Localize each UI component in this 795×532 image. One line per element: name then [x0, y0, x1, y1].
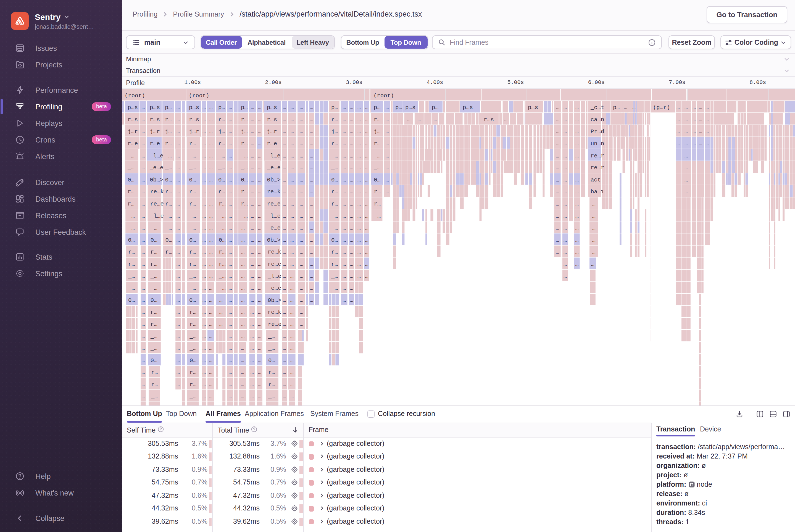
- svg-text:r…: r…: [219, 249, 225, 255]
- svg-text:…: …: [202, 165, 206, 171]
- svg-text:…: …: [575, 237, 578, 243]
- svg-text:…: …: [258, 165, 261, 171]
- svg-text:…: …: [250, 140, 254, 147]
- svg-text:…: …: [176, 129, 179, 135]
- svg-text:…: …: [141, 345, 145, 352]
- svg-text:…: …: [141, 394, 145, 400]
- svg-text:…: …: [342, 249, 345, 255]
- svg-text:…: …: [290, 394, 294, 400]
- svg-text:…: …: [556, 129, 559, 135]
- svg-text:…: …: [290, 189, 294, 195]
- svg-text:…: …: [228, 225, 231, 231]
- svg-text:re…e: re…e: [267, 261, 281, 267]
- svg-text:…: …: [299, 153, 303, 159]
- svg-text:…: …: [282, 357, 286, 364]
- svg-text:…: …: [575, 261, 578, 267]
- svg-text:…: …: [209, 249, 212, 255]
- svg-text:…: …: [575, 129, 579, 135]
- svg-text:…: …: [385, 189, 389, 195]
- svg-text:j…: j…: [165, 129, 172, 135]
- svg-text:…: …: [250, 104, 254, 111]
- svg-text:…: …: [555, 249, 559, 255]
- svg-text:…: …: [342, 237, 345, 243]
- svg-text:…: …: [282, 285, 286, 291]
- svg-text:…: …: [250, 357, 253, 364]
- svg-text:r…: r…: [128, 261, 135, 267]
- svg-text:…: …: [209, 140, 212, 147]
- svg-text:…: …: [282, 140, 286, 147]
- svg-text:…: …: [258, 201, 261, 207]
- svg-text:…: …: [250, 237, 254, 243]
- svg-text:r…s: r…s: [484, 117, 494, 123]
- svg-text:…: …: [575, 177, 579, 183]
- svg-text:…: …: [357, 261, 360, 267]
- svg-text:r…: r…: [189, 189, 196, 195]
- svg-text:_…: _…: [374, 213, 381, 219]
- svg-text:…: …: [555, 237, 559, 243]
- svg-text:…: …: [258, 321, 261, 328]
- svg-text:…: …: [575, 117, 579, 123]
- svg-text:…: …: [209, 394, 212, 400]
- svg-text:…: …: [176, 261, 179, 267]
- svg-text:…: …: [141, 225, 145, 231]
- svg-text:…: …: [141, 273, 145, 280]
- svg-text:…: …: [176, 297, 179, 304]
- svg-text:…: …: [705, 117, 708, 123]
- svg-text:…: …: [202, 153, 206, 159]
- svg-text:…: …: [250, 309, 253, 316]
- svg-text:r…: r…: [189, 249, 196, 255]
- svg-text:…: …: [241, 249, 244, 255]
- svg-text:…: …: [357, 189, 360, 195]
- svg-text:r…: r…: [331, 189, 338, 195]
- svg-text:…: …: [202, 104, 206, 111]
- svg-text:0b…>: 0b…>: [267, 297, 281, 304]
- svg-text:…: …: [228, 345, 231, 352]
- svg-text:…: …: [299, 117, 303, 123]
- svg-text:…: …: [176, 334, 179, 340]
- svg-text:…: …: [228, 104, 231, 111]
- svg-text:…: …: [241, 285, 244, 291]
- svg-text:…: …: [241, 297, 244, 304]
- svg-text:…: …: [309, 165, 313, 171]
- svg-text:r…: r…: [165, 201, 172, 207]
- svg-text:…: …: [250, 273, 253, 280]
- svg-text:r…: r…: [241, 189, 247, 195]
- svg-text:p…: p…: [432, 104, 438, 111]
- svg-text:_…: _…: [218, 273, 225, 280]
- svg-text:r…: r…: [165, 117, 172, 123]
- svg-text:…: …: [349, 249, 353, 255]
- svg-text:j…: j…: [218, 129, 225, 135]
- svg-text:…: …: [563, 140, 567, 147]
- svg-text:…: …: [563, 201, 567, 207]
- svg-text:0…: 0…: [165, 237, 172, 243]
- svg-text:…: …: [309, 189, 313, 195]
- svg-text:r…: r…: [128, 249, 135, 255]
- svg-text:…: …: [250, 285, 253, 291]
- svg-text:…: …: [141, 129, 145, 135]
- svg-text:…: …: [209, 189, 212, 195]
- svg-text:re…k: re…k: [150, 189, 163, 195]
- svg-text:…: …: [176, 285, 179, 291]
- svg-text:…: …: [357, 177, 360, 183]
- svg-text:…: …: [228, 189, 231, 195]
- svg-text:…: …: [309, 213, 313, 219]
- svg-text:_…: _…: [240, 153, 247, 159]
- svg-text:r…: r…: [218, 140, 225, 147]
- svg-text:…: …: [299, 189, 303, 195]
- svg-text:…: …: [699, 140, 702, 147]
- svg-text:_…: _…: [189, 225, 196, 231]
- svg-text:j…r: j…r: [127, 129, 137, 135]
- svg-text:…: …: [349, 273, 353, 280]
- svg-text:0b…>: 0b…>: [149, 177, 163, 183]
- svg-text:…: …: [250, 117, 254, 123]
- svg-text:…: …: [632, 104, 635, 111]
- svg-text:…: …: [141, 334, 145, 340]
- svg-text:…: …: [290, 225, 294, 231]
- svg-text:_…: _…: [218, 225, 225, 231]
- svg-text:0…: 0…: [150, 357, 157, 364]
- svg-text:…: …: [357, 273, 360, 280]
- svg-text:…: …: [282, 129, 286, 135]
- svg-text:…: …: [290, 297, 294, 304]
- svg-text:…: …: [228, 309, 231, 316]
- svg-text:r…: r…: [218, 117, 225, 123]
